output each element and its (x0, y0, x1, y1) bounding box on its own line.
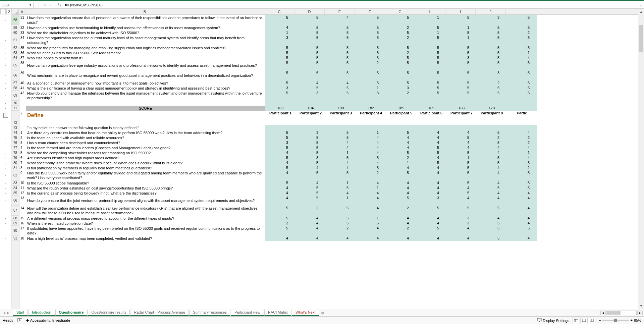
question-cell[interactable]: How does the organization ensure that al… (26, 15, 265, 25)
data-cell[interactable]: 4 (295, 221, 325, 226)
data-cell[interactable]: 3 (295, 130, 325, 135)
data-cell[interactable]: 5 (476, 206, 506, 216)
data-cell[interactable]: 5 (325, 35, 356, 45)
index-cell[interactable]: 32 (19, 25, 26, 30)
data-cell[interactable]: 5 (265, 226, 295, 236)
question-cell[interactable]: How can an organization use benchmarking… (26, 25, 265, 30)
data-cell[interactable]: 3 (446, 216, 476, 221)
zoom-out-icon[interactable]: − (599, 318, 601, 322)
data-cell[interactable]: 4 (506, 155, 537, 160)
data-cell[interactable]: 5 (295, 160, 325, 165)
data-cell[interactable]: 5 (416, 70, 446, 80)
data-cell[interactable]: 1 (506, 50, 537, 55)
data-cell[interactable]: 4 (265, 170, 295, 180)
column-header-E[interactable]: E (325, 9, 355, 14)
data-cell[interactable]: 5 (416, 80, 446, 86)
data-cell[interactable]: 4 (295, 216, 325, 221)
question-cell[interactable]: Who else hopes to benefit from it? (26, 55, 265, 60)
data-cell[interactable]: 5 (356, 30, 386, 35)
index-cell[interactable]: 13 (19, 196, 26, 206)
data-cell[interactable]: 5 (325, 91, 356, 101)
accessibility-status[interactable]: Accessibility: Investigate (26, 318, 70, 322)
row-header[interactable]: 69 (11, 91, 19, 101)
data-cell[interactable]: 4 (356, 180, 386, 185)
data-cell[interactable]: 5 (476, 25, 506, 30)
sheet-tab[interactable]: What's Next (292, 310, 319, 316)
row-header[interactable]: 58 (11, 15, 19, 25)
data-cell[interactable]: 2 (295, 206, 325, 216)
data-cell[interactable]: 4 (446, 226, 476, 236)
outline-level-2[interactable]: 2 (6, 9, 12, 14)
index-cell[interactable]: 42 (19, 91, 26, 101)
data-cell[interactable]: 5 (476, 226, 506, 236)
data-cell[interactable]: 4 (476, 145, 506, 150)
data-cell[interactable]: 3 (356, 91, 386, 101)
row-header[interactable]: 89 (11, 221, 19, 226)
data-cell[interactable]: 5 (476, 60, 506, 70)
data-cell[interactable]: 5 (476, 86, 506, 91)
row-header[interactable]: 62 (11, 45, 19, 50)
data-cell[interactable]: 5 (265, 50, 295, 55)
data-cell[interactable]: 4 (446, 130, 476, 135)
row-header[interactable]: 66 (11, 70, 19, 80)
data-cell[interactable]: 1 (325, 150, 356, 155)
data-cell[interactable]: 5 (295, 70, 325, 80)
index-cell[interactable]: 33 (19, 30, 26, 35)
data-cell[interactable]: 4 (295, 180, 325, 185)
row-header[interactable]: 76 (11, 140, 19, 145)
data-cell[interactable]: 3 (356, 55, 386, 60)
row-header[interactable]: 86 (11, 196, 19, 206)
data-cell[interactable]: 5 (325, 170, 356, 180)
select-all-button[interactable] (12, 9, 19, 15)
display-settings[interactable]: Display Settings (537, 318, 569, 323)
data-cell[interactable]: 4 (416, 135, 446, 140)
data-cell[interactable]: 5 (325, 55, 356, 60)
row-header[interactable]: 80 (11, 160, 19, 165)
data-cell[interactable]: 5 (265, 180, 295, 185)
outline-collapse-button[interactable]: − (3, 113, 8, 118)
data-cell[interactable]: 2 (476, 135, 506, 140)
data-cell[interactable]: 1 (356, 130, 386, 135)
row-header[interactable]: 77 (11, 145, 19, 150)
data-cell[interactable]: 4 (295, 165, 325, 170)
data-cell[interactable]: 4 (386, 216, 416, 221)
data-cell[interactable]: 4 (446, 140, 476, 145)
data-cell[interactable]: 5 (325, 86, 356, 91)
data-cell[interactable]: 4 (446, 185, 476, 191)
data-cell[interactable]: 3 (265, 140, 295, 145)
zoom-in-icon[interactable]: + (631, 318, 633, 322)
data-cell[interactable]: 5 (506, 180, 537, 185)
data-cell[interactable]: 2 (386, 91, 416, 101)
data-cell[interactable]: 5 (295, 55, 325, 60)
question-cell[interactable]: Are different versions of process maps n… (26, 216, 265, 221)
question-cell[interactable]: What are the procedures for managing and… (26, 45, 265, 50)
question-cell[interactable]: What are the compelling stakeholder reas… (26, 150, 265, 155)
data-cell[interactable]: 3 (295, 91, 325, 101)
index-cell[interactable]: 35 (19, 45, 26, 50)
data-cell[interactable]: 4 (325, 165, 356, 170)
data-cell[interactable]: 4 (356, 145, 386, 150)
data-cell[interactable]: 5 (416, 25, 446, 30)
data-cell[interactable]: 2 (476, 80, 506, 86)
data-cell[interactable]: 5 (356, 80, 386, 86)
data-cell[interactable]: 5 (265, 135, 295, 140)
data-cell[interactable]: 3 (506, 160, 537, 165)
data-cell[interactable]: 5 (416, 91, 446, 101)
data-cell[interactable]: 5 (506, 226, 537, 236)
data-cell[interactable]: 5 (416, 55, 446, 60)
data-cell[interactable]: 1 (446, 35, 476, 45)
data-cell[interactable]: 3 (386, 86, 416, 91)
data-cell[interactable]: 4 (386, 180, 416, 185)
data-cell[interactable]: 4 (325, 145, 356, 150)
data-cell[interactable]: 5 (446, 135, 476, 140)
data-cell[interactable]: 1 (325, 196, 356, 206)
data-cell[interactable]: 3 (295, 155, 325, 160)
accept-icon[interactable]: ✓ (49, 3, 52, 7)
question-cell[interactable]: How do you ensure that the joint venture… (26, 196, 265, 206)
data-cell[interactable]: 5 (295, 45, 325, 50)
question-cell[interactable]: Has a high-level 'as is' process map bee… (26, 236, 265, 241)
data-cell[interactable]: 5 (265, 91, 295, 101)
question-cell[interactable]: Is full participation by members in regu… (26, 165, 265, 170)
question-cell[interactable]: What mechanisms are in place to recogniz… (26, 70, 265, 80)
view-page-layout-icon[interactable] (580, 318, 588, 323)
